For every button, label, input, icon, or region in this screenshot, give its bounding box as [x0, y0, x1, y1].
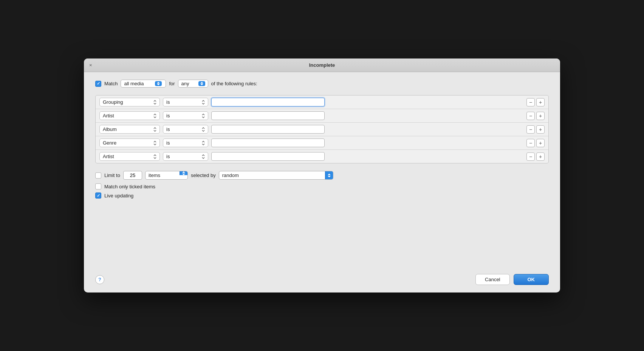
rule-3-add-button[interactable]: +: [536, 139, 545, 147]
limit-checkbox[interactable]: [95, 172, 101, 179]
rule-3-remove-button[interactable]: −: [526, 139, 535, 147]
rule-2-field[interactable]: GroupingArtistAlbumGenreTitle: [99, 125, 160, 134]
any-select[interactable]: any all: [181, 81, 198, 86]
rule-3-condition[interactable]: isis notcontains: [163, 139, 208, 147]
items-arrow-down-icon: [182, 174, 185, 175]
any-arrow-up-icon: [200, 82, 203, 83]
rule-2-btn-group: − +: [526, 125, 545, 134]
rule-2-condition[interactable]: isis notcontains: [163, 125, 208, 134]
rule-3-field[interactable]: GroupingArtistAlbumGenreTitle: [99, 139, 160, 147]
help-button[interactable]: ?: [95, 275, 104, 284]
ticked-checkbox[interactable]: [95, 183, 101, 189]
rule-2-add-button[interactable]: +: [536, 125, 545, 134]
following-label: of the following rules:: [211, 81, 257, 86]
rule-1-btn-group: − +: [526, 112, 545, 120]
items-select-wrap[interactable]: items MB GB hours minutes: [145, 171, 188, 180]
rule-0-remove-button[interactable]: −: [526, 98, 535, 106]
arrow-up-icon: [157, 82, 160, 83]
rule-0-btn-group: − +: [526, 98, 545, 106]
rule-1-value[interactable]: [211, 111, 325, 120]
rule-3-value[interactable]: [211, 139, 325, 147]
rule-row-2: GroupingArtistAlbumGenreTitle isis notco…: [96, 123, 548, 136]
arrow-down-icon: [157, 84, 160, 85]
rules-section: GroupingArtistAlbumGenreTitle isis notco…: [95, 95, 549, 163]
rule-2-remove-button[interactable]: −: [526, 125, 535, 134]
rule-4-remove-button[interactable]: −: [526, 152, 535, 161]
ticked-row: Match only ticked items: [95, 183, 549, 189]
media-select-box[interactable]: all media music movies TV shows: [121, 80, 166, 88]
items-arrow-button[interactable]: [180, 171, 187, 175]
window-title: Incomplete: [309, 62, 335, 68]
rule-1-remove-button[interactable]: −: [526, 112, 535, 120]
selected-by-label: selected by: [191, 172, 216, 178]
title-bar: × Incomplete: [84, 58, 560, 72]
random-select-wrap[interactable]: random album artist genre highest rated …: [219, 171, 333, 180]
footer: ? Cancel OK: [84, 270, 560, 292]
items-arrow-up-icon: [182, 171, 185, 173]
rule-row-1: GroupingArtistAlbumGenreTitle isis notco…: [96, 109, 548, 123]
options-row: Match only ticked items Live updating: [95, 183, 549, 199]
rule-4-btn-group: − +: [526, 152, 545, 161]
rule-4-add-button[interactable]: +: [536, 152, 545, 161]
rule-0-field[interactable]: GroupingArtistAlbumGenreTitle: [99, 98, 160, 106]
live-label: Live updating: [104, 193, 133, 199]
rule-row-4: GroupingArtistAlbumGenreTitle isis notco…: [96, 150, 548, 163]
close-icon[interactable]: ×: [89, 62, 92, 68]
rule-row-0: GroupingArtistAlbumGenreTitle isis notco…: [96, 95, 548, 109]
live-checkbox[interactable]: [95, 192, 101, 199]
rule-4-condition[interactable]: isis notcontains: [163, 152, 208, 161]
rule-2-value[interactable]: [211, 125, 325, 134]
title-bar-close[interactable]: ×: [89, 62, 92, 68]
rule-1-field[interactable]: GroupingArtistAlbumGenreTitle: [99, 111, 160, 120]
limit-value-input[interactable]: [123, 171, 142, 180]
items-select[interactable]: items MB GB hours minutes: [146, 171, 180, 179]
media-select[interactable]: all media music movies TV shows: [124, 81, 155, 86]
rule-row-3: GroupingArtistAlbumGenreTitle isis notco…: [96, 136, 548, 150]
dialog-window: × Incomplete Match all media music movie…: [84, 58, 560, 292]
any-arrow-down-icon: [200, 84, 203, 85]
ticked-label: Match only ticked items: [104, 184, 155, 189]
cancel-button[interactable]: Cancel: [475, 274, 509, 285]
ok-button[interactable]: OK: [514, 274, 549, 285]
live-row: Live updating: [95, 192, 549, 199]
match-label: Match: [104, 81, 118, 86]
rule-4-value[interactable]: [211, 152, 325, 161]
any-select-arrow: [198, 81, 205, 86]
rule-1-add-button[interactable]: +: [536, 112, 545, 120]
rule-0-condition[interactable]: isis notcontainsdoes not contain: [163, 98, 208, 106]
for-label: for: [169, 81, 175, 86]
rule-0-add-button[interactable]: +: [536, 98, 545, 106]
footer-actions: Cancel OK: [475, 274, 549, 285]
dialog-body: Match all media music movies TV shows fo…: [84, 72, 560, 270]
match-row: Match all media music movies TV shows fo…: [95, 80, 549, 88]
media-select-arrow: [155, 81, 162, 86]
limit-row: Limit to items MB GB hours minutes selec…: [95, 171, 549, 180]
rule-4-field[interactable]: GroupingArtistAlbumGenreTitle: [99, 152, 160, 161]
rule-3-btn-group: − +: [526, 139, 545, 147]
random-arrow-down-icon: [328, 176, 331, 177]
limit-label: Limit to: [104, 172, 120, 178]
any-select-box[interactable]: any all: [178, 80, 208, 88]
rule-1-condition[interactable]: isis notcontains: [163, 111, 208, 120]
random-arrow-button[interactable]: [325, 171, 333, 179]
match-checkbox[interactable]: [95, 81, 101, 87]
random-arrow-up-icon: [328, 174, 331, 175]
rule-0-value[interactable]: [211, 98, 325, 106]
random-select[interactable]: random album artist genre highest rated …: [219, 171, 325, 179]
